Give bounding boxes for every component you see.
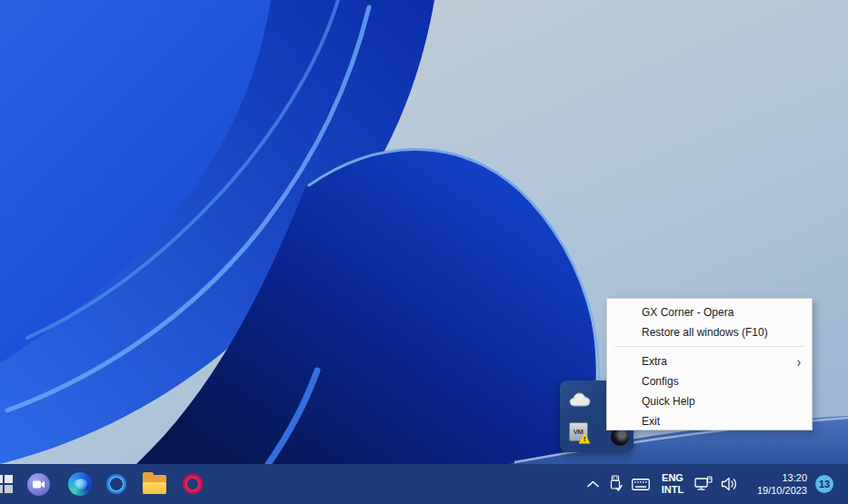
opera-gx-icon — [182, 473, 204, 495]
chevron-up-icon — [587, 480, 599, 488]
vm-icon-label: VM — [574, 428, 584, 436]
windows-logo-icon — [0, 475, 13, 493]
taskbar: ENG INTL — [0, 464, 848, 504]
language-line2: INTL — [662, 484, 683, 496]
vm-warning-icon[interactable]: VM ! — [568, 421, 588, 441]
edge-browser-button[interactable] — [67, 471, 93, 497]
chat-button[interactable] — [25, 471, 51, 497]
menu-separator — [614, 346, 804, 347]
menu-item-configs[interactable]: Configs — [607, 371, 812, 391]
start-button[interactable] — [0, 471, 16, 497]
clock[interactable]: 13:20 19/10/2023 — [742, 466, 811, 502]
volume-button[interactable] — [716, 466, 742, 502]
edge-icon — [68, 472, 92, 496]
language-line1: ENG — [662, 472, 683, 484]
submenu-arrow-icon: › — [797, 354, 801, 369]
menu-item-quick-help[interactable]: Quick Help — [607, 391, 812, 411]
keyboard-icon — [632, 479, 650, 490]
menu-item-gx-corner[interactable]: GX Corner - Opera — [607, 302, 812, 322]
usb-eject-icon — [609, 475, 623, 493]
menu-item-restore-all-windows[interactable]: Restore all windows (F10) — [607, 322, 812, 342]
speaker-icon — [721, 477, 738, 491]
menu-item-extra[interactable]: Extra › — [607, 351, 812, 371]
notification-count-badge[interactable]: 13 — [815, 475, 833, 493]
network-button[interactable] — [691, 466, 716, 502]
clock-time: 13:20 — [782, 471, 807, 484]
system-tray: ENG INTL — [582, 464, 848, 504]
onedrive-cloud-icon[interactable] — [568, 390, 592, 408]
touch-keyboard-button[interactable] — [627, 466, 654, 502]
cortana-button[interactable] — [104, 471, 129, 497]
menu-item-exit[interactable]: Exit — [607, 411, 812, 431]
ethernet-network-icon — [694, 476, 713, 492]
video-chat-icon — [27, 473, 50, 496]
clock-date: 19/10/2023 — [757, 484, 807, 497]
tray-context-menu: GX Corner - Opera Restore all windows (F… — [606, 298, 813, 430]
desktop-screen: VM ! GX Corner - Opera Restore all windo… — [0, 0, 848, 504]
file-explorer-button[interactable] — [142, 471, 167, 497]
show-hidden-icons-button[interactable] — [582, 466, 604, 502]
language-indicator[interactable]: ENG INTL — [654, 466, 691, 502]
opera-gx-button[interactable] — [180, 471, 205, 497]
cortana-ring-icon — [105, 473, 127, 495]
safely-remove-hardware-button[interactable] — [604, 466, 627, 502]
folder-icon — [143, 475, 166, 494]
